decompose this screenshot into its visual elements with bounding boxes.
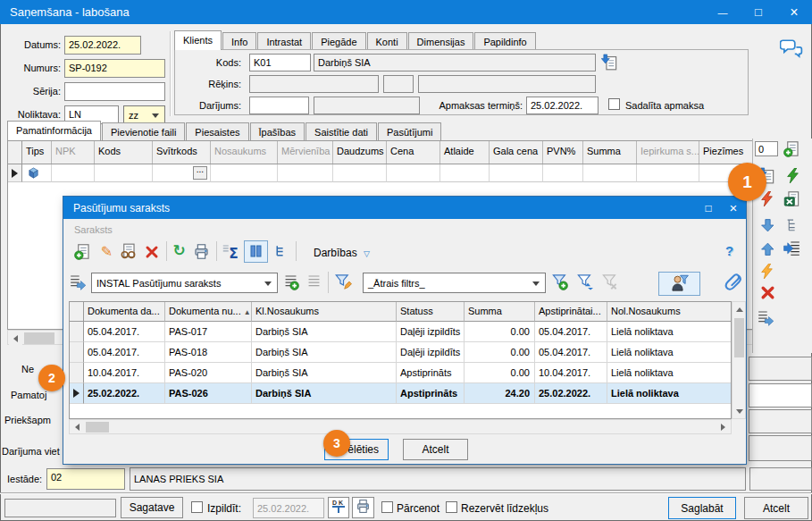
items-column-header-12[interactable]: Iepirkuma s... — [637, 141, 699, 164]
client-tab-1[interactable]: Info — [222, 32, 256, 50]
modal-column-header-7[interactable]: Nol.Nosaukums — [607, 302, 732, 322]
numurs-input[interactable]: SP-0192 — [64, 59, 165, 78]
cancel-button[interactable]: Atcelt — [744, 497, 808, 519]
move-rows-icon[interactable] — [758, 309, 774, 326]
vscroll-thumb[interactable] — [734, 318, 744, 357]
darijums-input[interactable] — [249, 97, 309, 114]
print-list-icon[interactable] — [193, 243, 210, 260]
paperclip-icon[interactable] — [723, 270, 744, 293]
dialog-maximize-button[interactable]: □ — [696, 197, 721, 219]
items-column-header-4[interactable]: Nosaukums — [211, 141, 278, 164]
client-tab-2[interactable]: Intrastat — [257, 32, 311, 50]
view-order-icon[interactable] — [120, 243, 137, 260]
insert-list-icon[interactable] — [783, 239, 800, 256]
filter-clear-icon[interactable] — [601, 273, 618, 290]
scroll-right-icon[interactable] — [716, 421, 730, 433]
items-column-header-2[interactable]: Kods — [95, 141, 153, 164]
hscroll-thumb[interactable] — [24, 332, 54, 344]
main-tab-2[interactable]: Piesaistes — [186, 122, 248, 140]
serija-input[interactable] — [64, 82, 165, 101]
orders-vscrollbar[interactable] — [732, 301, 746, 419]
items-column-header-1[interactable]: NPK — [52, 141, 95, 164]
quick-filter-combo[interactable]: _Ātrais filtrs_ — [363, 273, 546, 293]
scroll-left-icon[interactable] — [71, 421, 84, 433]
scroll-left-icon[interactable] — [9, 332, 22, 345]
sum-sigma-icon[interactable]: Σ — [222, 243, 239, 260]
scroll-up-icon[interactable] — [733, 303, 745, 315]
chat-icon[interactable] — [779, 38, 804, 61]
list-edit-icon[interactable] — [306, 273, 322, 290]
list-combo[interactable]: INSTAL Pasūtījumu saraksts — [91, 273, 278, 293]
delete-order-icon[interactable] — [143, 243, 160, 260]
list-select-icon[interactable] — [70, 273, 87, 290]
tree-view-icon[interactable] — [784, 217, 801, 234]
edit-pencil-icon[interactable]: ✎ — [98, 243, 115, 260]
modal-column-header-6[interactable]: Apstiprinātai... — [535, 302, 607, 322]
items-column-header-9[interactable]: Gala cena — [490, 141, 543, 164]
modal-column-header-4[interactable]: Statuss — [397, 302, 465, 322]
client-tab-6[interactable]: Papildinfo — [474, 32, 535, 50]
title-bar[interactable]: Saņemšana - labošana — □ × — [0, 0, 812, 24]
client-tab-0[interactable]: Klients — [174, 30, 222, 50]
main-tab-4[interactable]: Saistītie dati — [306, 122, 377, 140]
maximize-button[interactable]: □ — [741, 0, 776, 24]
modal-column-header-5[interactable]: Summa — [465, 302, 535, 322]
sagatave-button[interactable]: Sagatave — [121, 497, 183, 518]
move-up-icon[interactable] — [759, 240, 776, 257]
rezervet-checkbox[interactable] — [446, 501, 457, 513]
order-row-1[interactable]: 05.04.2017.PAS-018Darbiņš SIADaļēji izpi… — [70, 342, 731, 363]
row-count-box[interactable]: 0 — [755, 141, 778, 156]
person-filter-button[interactable] — [658, 272, 700, 296]
client-tab-4[interactable]: Konti — [367, 32, 407, 50]
list-add-icon[interactable] — [282, 273, 299, 290]
close-button[interactable]: × — [776, 0, 812, 24]
darbibas-dropdown[interactable]: Darbības ▽ — [314, 248, 370, 260]
items-column-header-6[interactable]: Daudzums — [333, 141, 387, 164]
dialog-title-bar[interactable]: Pasūtījumu saraksts □ × — [63, 197, 746, 219]
yellow-lightning-icon[interactable] — [758, 263, 775, 280]
main-tab-1[interactable]: Pievienotie faili — [102, 122, 185, 140]
modal-column-header-2[interactable]: Dokumenta nu...▲ — [165, 302, 252, 322]
items-column-header-7[interactable]: Cena — [387, 141, 440, 164]
parcenot-checkbox[interactable] — [381, 501, 393, 513]
main-tab-5[interactable]: Pasūtījumi — [378, 122, 441, 140]
order-row-0[interactable]: 05.04.2017.PAS-017Darbiņš SIADaļēji izpi… — [70, 322, 731, 342]
filter-add-icon[interactable] — [551, 273, 568, 290]
sadalita-checkbox[interactable] — [608, 98, 620, 110]
scroll-down-icon[interactable] — [733, 405, 745, 417]
new-order-icon[interactable] — [74, 243, 91, 260]
dialog-menu-saraksts[interactable]: Saraksts — [74, 224, 113, 236]
barcode-lookup-button[interactable]: ... — [193, 166, 207, 180]
orders-hscrollbar[interactable] — [69, 419, 732, 434]
move-down-icon[interactable] — [759, 217, 776, 234]
order-row-3[interactable]: 25.02.2022.PAS-026Darbiņš SIAApstiprināt… — [70, 383, 731, 404]
minimize-button[interactable]: — — [705, 0, 741, 24]
delete-x-icon[interactable] — [759, 284, 776, 301]
dialog-cancel-button[interactable]: Atcelt — [403, 439, 468, 460]
izpildit-checkbox[interactable] — [191, 501, 203, 513]
main-tab-0[interactable]: Pamatinformācija — [7, 121, 101, 140]
client-tab-3[interactable]: Piegāde — [312, 32, 365, 50]
filter-sort-icon[interactable] — [576, 273, 593, 290]
dk-posting-button[interactable]: DK — [328, 497, 349, 518]
iestade-input[interactable]: 02 — [46, 468, 125, 490]
datums-input[interactable]: 25.02.2022. — [64, 36, 141, 55]
help-icon[interactable]: ? — [721, 242, 738, 259]
columns-view-button[interactable] — [244, 240, 268, 263]
items-data-row[interactable]: ... — [8, 164, 756, 182]
excel-export-icon[interactable] — [783, 190, 800, 207]
items-column-header-0[interactable]: Tips — [22, 141, 52, 164]
add-rows-icon[interactable] — [783, 140, 800, 157]
refresh-icon[interactable]: ↻ — [171, 242, 188, 259]
print-button[interactable] — [352, 497, 374, 518]
save-button[interactable]: Saglabāt — [668, 497, 736, 519]
filter-edit-icon[interactable] — [335, 273, 352, 290]
items-column-header-11[interactable]: Summa — [583, 141, 637, 164]
items-column-header-13[interactable]: Piezīmes — [699, 141, 753, 164]
items-column-header-3[interactable]: Svītrkods — [153, 141, 211, 164]
items-column-header-5[interactable]: Mērvienība — [278, 141, 333, 164]
kods-input[interactable]: K01 — [249, 54, 311, 71]
items-column-header-10[interactable]: PVN% — [543, 141, 583, 164]
main-tab-3[interactable]: Īpašības — [250, 122, 306, 140]
items-column-header-8[interactable]: Atlaide — [440, 141, 490, 164]
